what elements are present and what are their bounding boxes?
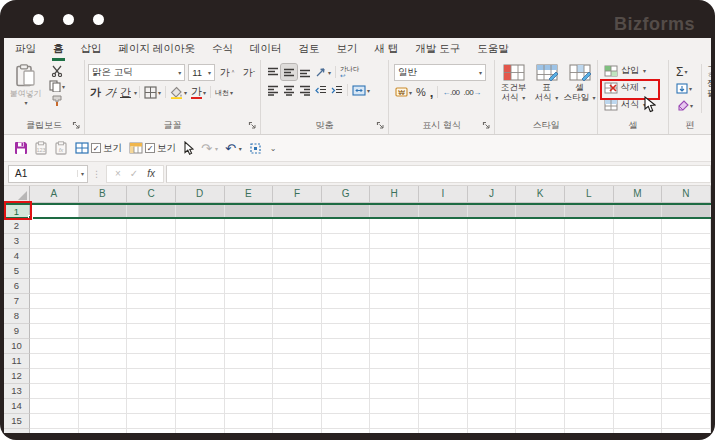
cell-H13[interactable] [370,384,419,399]
row-header-6[interactable]: 6 [4,279,30,294]
cell-M12[interactable] [614,369,663,384]
cell-N15[interactable] [662,414,711,429]
select-cursor-button[interactable] [183,141,194,155]
cell-F14[interactable] [273,399,322,414]
fill-handle[interactable] [28,215,33,220]
cell-K15[interactable] [516,414,565,429]
cell-C14[interactable] [127,399,176,414]
cell-D1[interactable] [176,205,225,217]
decrease-decimal-button[interactable]: .00→ [462,84,483,100]
cell-N5[interactable] [662,264,711,279]
column-header-C[interactable]: C [127,186,176,203]
cell-M14[interactable] [614,399,663,414]
sort-filter-button[interactable]: ㄱㅎ 정렬 필터 [701,64,711,113]
conditional-dropdown[interactable]: ▾ [522,95,525,101]
cell-G2[interactable] [322,219,371,234]
cell-M3[interactable] [614,234,663,249]
cell-B8[interactable] [79,309,128,324]
cell-H14[interactable] [370,399,419,414]
cell-B11[interactable] [79,354,128,369]
formula-input[interactable] [166,165,711,183]
row-header-11[interactable]: 11 [4,354,30,369]
cell-E4[interactable] [225,249,274,264]
cell-L14[interactable] [565,399,614,414]
cell-I10[interactable] [419,339,468,354]
cell-E14[interactable] [225,399,274,414]
cell-N14[interactable] [662,399,711,414]
comma-style-button[interactable]: , [428,84,436,100]
cell-A14[interactable] [30,399,79,414]
cell-N8[interactable] [662,309,711,324]
column-header-A[interactable]: A [30,186,79,203]
cell-A15[interactable] [30,414,79,429]
row-header-7[interactable]: 7 [4,294,30,309]
align-middle-button[interactable] [281,64,297,80]
merge-center-button[interactable]: ▾ [350,82,372,98]
insert-function-button[interactable]: fx [147,168,155,179]
cell-F3[interactable] [273,234,322,249]
align-right-button[interactable] [297,82,313,98]
cell-A6[interactable] [30,279,79,294]
number-dialog-launcher[interactable] [482,121,491,130]
menu-tab-8[interactable]: 보기 [336,42,357,56]
column-header-H[interactable]: H [370,186,419,203]
cell-E12[interactable] [225,369,274,384]
window-dot-1[interactable] [33,14,44,25]
cell-L9[interactable] [565,324,614,339]
row-header-15[interactable]: 15 [4,414,30,429]
cell-D13[interactable] [176,384,225,399]
fill-color-button[interactable]: ▾ [168,84,189,100]
cell-L13[interactable] [565,384,614,399]
cell-A8[interactable] [30,309,79,324]
wrap-text-button[interactable]: 가나다↩ [338,64,362,80]
merge-dropdown[interactable]: ▾ [367,87,370,94]
cell-I12[interactable] [419,369,468,384]
row-header-13[interactable]: 13 [4,384,30,399]
cell-A12[interactable] [30,369,79,384]
cell-E7[interactable] [225,294,274,309]
name-box-dropdown[interactable]: ▾ [77,170,84,177]
cell-N16[interactable] [662,429,711,433]
underline-button[interactable]: 간 [118,84,133,100]
cell-K4[interactable] [516,249,565,264]
row-header-3[interactable]: 3 [4,234,30,249]
cell-D3[interactable] [176,234,225,249]
phonetic-button[interactable]: 내천▾ [213,84,235,100]
cell-I9[interactable] [419,324,468,339]
align-center-button[interactable] [281,82,297,98]
row-header-16[interactable]: 16 [4,429,30,433]
cell-C3[interactable] [127,234,176,249]
cell-L12[interactable] [565,369,614,384]
cell-K13[interactable] [516,384,565,399]
cell-M13[interactable] [614,384,663,399]
cell-D11[interactable] [176,354,225,369]
conditional-formatting-button[interactable]: 조건부 서식 ▾ [497,64,530,103]
undo-button[interactable]: ↶▾ [225,142,242,155]
cell-C13[interactable] [127,384,176,399]
cell-H12[interactable] [370,369,419,384]
table-style-dropdown[interactable]: ▾ [555,95,558,101]
cell-D7[interactable] [176,294,225,309]
cell-L3[interactable] [565,234,614,249]
cell-G7[interactable] [322,294,371,309]
cell-B7[interactable] [79,294,128,309]
window-dot-2[interactable] [63,14,74,25]
cell-M6[interactable] [614,279,663,294]
align-bottom-button[interactable] [297,64,313,80]
cell-K2[interactable] [516,219,565,234]
cell-F13[interactable] [273,384,322,399]
cell-G8[interactable] [322,309,371,324]
grow-font-button[interactable]: 가＾ [218,65,238,81]
copy-button[interactable]: ▾ [47,79,67,93]
format-as-table-button[interactable]: 표 서식 ▾ [530,64,563,103]
cell-J13[interactable] [468,384,517,399]
autosum-dropdown[interactable]: ▾ [684,68,687,75]
cell-H1[interactable] [370,205,419,217]
row-header-5[interactable]: 5 [4,264,30,279]
cell-A11[interactable] [30,354,79,369]
qat-overflow-button[interactable]: ⌄ [270,144,277,153]
cell-M15[interactable] [614,414,663,429]
cell-I11[interactable] [419,354,468,369]
save-button[interactable] [14,141,28,155]
menu-tab-5[interactable]: 수식 [212,42,233,56]
